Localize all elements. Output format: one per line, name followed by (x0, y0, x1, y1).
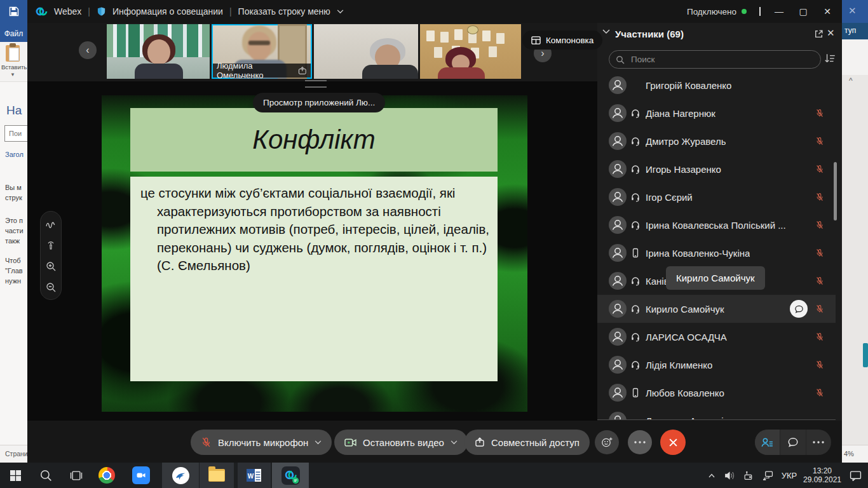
word-close-icon[interactable]: ✕ (848, 5, 857, 17)
reactions-button[interactable] (595, 430, 619, 454)
close-panel-icon[interactable]: ✕ (827, 27, 835, 39)
muted-mic-icon[interactable] (815, 164, 824, 174)
muted-mic-icon[interactable] (815, 332, 824, 342)
participant-avatar (609, 412, 627, 419)
popout-panel-icon[interactable] (814, 29, 824, 39)
taskbar-word-icon[interactable]: W (238, 463, 271, 488)
layout-button[interactable]: Компоновка (522, 30, 602, 50)
more-options-button[interactable] (628, 430, 652, 454)
panel-toggle-group (755, 430, 831, 455)
taskbar-search-button[interactable] (31, 463, 61, 488)
show-menu-bar-button[interactable]: Показать строку меню (238, 6, 330, 17)
start-button[interactable] (0, 463, 31, 488)
taskbar-explorer-icon[interactable] (200, 463, 234, 488)
sort-participants-icon[interactable] (824, 53, 836, 64)
muted-mic-icon[interactable] (815, 108, 824, 118)
participant-avatar (609, 104, 627, 122)
share-icon (475, 437, 485, 447)
webex-titlebar: Webex | Информация о совещании | Показат… (27, 0, 842, 23)
word-file-tab[interactable]: Файл (0, 25, 27, 42)
chat-icon (787, 437, 799, 448)
chevron-down-icon[interactable] (337, 10, 344, 14)
tray-show-hidden-icons[interactable] (704, 463, 719, 488)
muted-mic-icon[interactable] (815, 248, 824, 258)
participant-row[interactable]: Любов Коваленко (597, 379, 836, 407)
participant-row[interactable]: Григорій Коваленко (597, 71, 836, 99)
laser-pointer-icon[interactable] (45, 239, 57, 250)
paste-label[interactable]: Вставить (1, 64, 27, 71)
action-center-button[interactable] (845, 463, 865, 488)
chat-panel-button[interactable] (780, 430, 805, 455)
filmstrip-resize-handle[interactable] (305, 80, 327, 88)
panel-collapse-chevron-icon[interactable] (602, 29, 610, 34)
mic-options-chevron-icon[interactable] (315, 440, 322, 445)
participants-search-input[interactable] (630, 54, 814, 65)
muted-mic-icon[interactable] (815, 360, 824, 370)
taskbar-webex-icon[interactable] (272, 463, 309, 488)
participant-row[interactable]: Ірина Ковалевська Поліський ... (597, 211, 836, 239)
share-button[interactable]: Совместный доступ (465, 430, 590, 455)
chat-bubble-button[interactable] (790, 300, 808, 318)
word-scrollbar-thumb[interactable] (863, 343, 868, 367)
participant-row[interactable]: Діана Нагернюк (597, 99, 836, 127)
video-thumbnail-3[interactable] (314, 24, 418, 79)
tray-clock[interactable]: 13:2029.09.2021 (801, 463, 844, 488)
paste-button[interactable] (6, 45, 20, 62)
leave-meeting-button[interactable] (660, 430, 686, 455)
muted-mic-icon[interactable] (815, 388, 824, 398)
meeting-info-button[interactable]: Информация о совещании (112, 6, 223, 17)
desktop: Файл Вставить ▼ На Пои Загол Вы м струк … (0, 0, 868, 488)
word-icon: W (247, 468, 262, 482)
close-button[interactable]: ✕ (822, 6, 833, 17)
annotate-icon[interactable] (45, 218, 57, 229)
unmute-button[interactable]: Включить микрофон (191, 430, 332, 455)
task-view-button[interactable] (61, 463, 92, 488)
participant-row[interactable]: Игорь Назаренко (597, 155, 836, 183)
word-nav-search-input[interactable]: Пои (4, 125, 27, 142)
zoom-out-icon[interactable] (45, 281, 57, 293)
participants-scrollbar-thumb[interactable] (834, 162, 837, 220)
muted-mic-icon[interactable] (815, 220, 824, 230)
tray-volume-icon[interactable] (721, 463, 738, 488)
participant-row[interactable]: Дмитро Журавель (597, 127, 836, 155)
more-panels-button[interactable] (806, 430, 831, 455)
taskbar-bird-app-icon[interactable] (162, 463, 199, 488)
taskbar-chrome-icon[interactable] (92, 463, 122, 488)
stop-video-button[interactable]: Остановить видео (334, 430, 468, 455)
muted-mic-icon[interactable] (815, 192, 824, 202)
muted-mic-icon[interactable] (815, 304, 824, 314)
tray-language-indicator[interactable]: УКР (778, 463, 801, 488)
zoom-in-icon[interactable] (45, 261, 57, 272)
video-thumbnail-4[interactable] (420, 24, 521, 79)
tray-network-icon[interactable] (759, 463, 778, 488)
participant-row[interactable]: ЛАРИСА ОСАДЧА (597, 323, 836, 351)
tray-input-icon[interactable] (740, 463, 757, 488)
muted-mic-icon[interactable] (815, 276, 824, 286)
windows-taskbar: W УКР 13:2029.09.2021 (0, 463, 868, 488)
video-options-chevron-icon[interactable] (451, 440, 458, 445)
minimize-button[interactable]: — (773, 6, 785, 17)
participant-row[interactable]: Кирило Самойчук (597, 295, 836, 323)
shield-icon (97, 6, 106, 17)
video-thumbnail-1[interactable] (107, 24, 210, 79)
participant-avatar (609, 216, 627, 234)
word-status-bar-page: Страни (0, 445, 27, 463)
participant-row[interactable]: Лідія Клименко (597, 351, 836, 379)
participant-name: Діана Нагернюк (646, 108, 715, 119)
participants-search[interactable] (609, 50, 821, 69)
paste-dropdown-caret[interactable]: ▼ (10, 72, 15, 78)
sharing-icon (298, 66, 307, 75)
layout-button-label: Компоновка (546, 36, 593, 45)
participants-panel-button[interactable] (755, 430, 780, 455)
video-thumbnail-active-speaker[interactable]: Людмила Омельченко (212, 24, 312, 79)
headings-tab-link[interactable]: Загол (5, 151, 24, 158)
maximize-button[interactable]: ▢ (797, 6, 809, 17)
filmstrip-prev-arrow[interactable]: ‹ (79, 41, 97, 59)
collapse-ribbon-icon[interactable]: ^ (849, 76, 859, 86)
taskbar-zoom-icon[interactable] (126, 463, 156, 488)
muted-mic-icon[interactable] (815, 136, 824, 146)
participant-row[interactable]: Ірина Коваленко-Чукіна (597, 239, 836, 267)
participant-row[interactable]: Ігор Сєрий (597, 183, 836, 211)
save-icon[interactable] (9, 6, 19, 17)
participant-row[interactable]: Людмила Альонкіна (597, 407, 836, 419)
